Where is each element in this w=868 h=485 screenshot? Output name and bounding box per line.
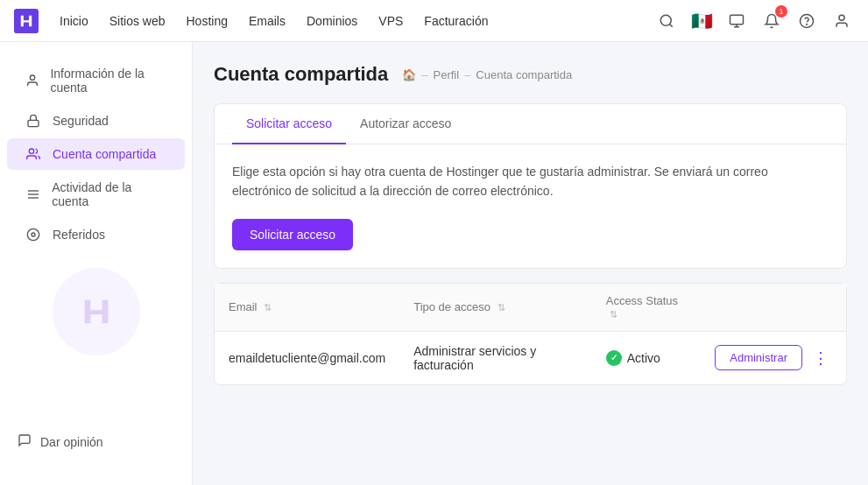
top-navigation: Inicio Sitios web Hosting Emails Dominio…	[0, 0, 868, 42]
tab-autorizar-acceso[interactable]: Autorizar acceso	[346, 104, 465, 144]
svg-point-1	[660, 15, 671, 25]
sidebar: Información de la cuenta Seguridad Cuent…	[0, 42, 193, 485]
sort-access-icon[interactable]: ⇅	[498, 302, 505, 313]
breadcrumb-current: Cuenta compartida	[476, 68, 572, 81]
user-icon	[25, 74, 39, 88]
status-label: Activo	[627, 351, 660, 365]
table-row: emaildetucliente@gmail.com Administrar s…	[215, 331, 846, 384]
sidebar-item-label: Cuenta compartida	[53, 147, 156, 161]
table-header: Email ⇅ Tipo de acceso ⇅ Access Status ⇅	[215, 284, 846, 332]
main-layout: Información de la cuenta Seguridad Cuent…	[0, 42, 868, 485]
solicitar-acceso-button[interactable]: Solicitar acceso	[232, 219, 353, 250]
feedback-icon	[18, 433, 32, 450]
breadcrumb: 🏠 – Perfil – Cuenta compartida	[402, 68, 572, 81]
breadcrumb-sep: –	[421, 68, 427, 81]
access-table-card: Email ⇅ Tipo de acceso ⇅ Access Status ⇅	[214, 283, 847, 385]
col-status: Access Status ⇅	[592, 284, 702, 332]
status-dot-icon	[606, 350, 622, 366]
home-icon[interactable]: 🏠	[402, 68, 416, 81]
sidebar-item-label: Actividad de la cuenta	[52, 180, 167, 208]
breadcrumb-sep2: –	[464, 68, 470, 81]
sidebar-logo-decoration	[53, 268, 140, 355]
col-email: Email ⇅	[215, 284, 399, 332]
sidebar-item-label: Seguridad	[53, 114, 109, 128]
main-content: Cuenta compartida 🏠 – Perfil – Cuenta co…	[193, 42, 868, 485]
cell-access-type: Administrar servicios y facturación	[399, 331, 592, 384]
nav-sitios-web[interactable]: Sitios web	[109, 14, 166, 28]
card-tabs: Solicitar acceso Autorizar acceso	[215, 104, 846, 144]
referidos-icon	[25, 228, 42, 242]
tab-solicitar-acceso[interactable]: Solicitar acceso	[232, 104, 346, 144]
sidebar-item-info-cuenta[interactable]: Información de la cuenta	[7, 58, 185, 103]
col-actions	[701, 284, 846, 332]
nav-dominios[interactable]: Dominios	[307, 14, 357, 28]
nav-links: Inicio Sitios web Hosting Emails Dominio…	[60, 14, 654, 28]
breadcrumb-perfil: Perfil	[434, 68, 460, 81]
nav-facturacion[interactable]: Facturación	[424, 14, 488, 28]
cell-actions: Administrar ⋮	[701, 331, 846, 384]
svg-rect-7	[28, 120, 39, 126]
sidebar-item-cuenta-compartida[interactable]: Cuenta compartida	[7, 138, 185, 170]
search-icon[interactable]	[654, 9, 679, 33]
sidebar-item-label: Información de la cuenta	[50, 67, 167, 95]
page-header: Cuenta compartida 🏠 – Perfil – Cuenta co…	[214, 63, 847, 86]
flag-icon[interactable]: 🇲🇽	[689, 9, 714, 33]
sort-email-icon[interactable]: ⇅	[264, 302, 272, 313]
nav-actions: 🇲🇽 1	[654, 9, 854, 33]
activity-icon	[25, 187, 41, 201]
sidebar-item-referidos[interactable]: Referidos	[7, 219, 185, 250]
feedback-button[interactable]: Dar opinión	[18, 426, 174, 457]
svg-rect-2	[730, 15, 744, 25]
svg-point-8	[29, 149, 33, 153]
cell-email: emaildetucliente@gmail.com	[215, 331, 399, 384]
nav-hosting[interactable]: Hosting	[187, 14, 228, 28]
cell-status: Activo	[592, 331, 702, 384]
svg-point-12	[27, 228, 39, 240]
shared-account-icon	[25, 147, 42, 161]
nav-emails[interactable]: Emails	[249, 14, 286, 28]
access-card: Solicitar acceso Autorizar acceso Elige …	[214, 103, 847, 269]
help-icon[interactable]	[794, 9, 819, 33]
notification-icon[interactable]: 1	[759, 9, 784, 33]
card-description: Elige esta opción si hay otra cuenta de …	[232, 162, 829, 201]
user-account-icon[interactable]	[829, 9, 854, 33]
svg-point-5	[839, 15, 844, 20]
nav-vps[interactable]: VPS	[378, 14, 403, 28]
administrar-button[interactable]: Administrar	[715, 345, 802, 370]
sidebar-item-seguridad[interactable]: Seguridad	[7, 105, 185, 137]
feedback-label: Dar opinión	[40, 435, 103, 449]
col-access-type: Tipo de acceso ⇅	[399, 284, 592, 332]
sort-status-icon[interactable]: ⇅	[610, 309, 617, 320]
access-table: Email ⇅ Tipo de acceso ⇅ Access Status ⇅	[215, 284, 846, 384]
svg-point-6	[30, 75, 34, 80]
status-active: Activo	[606, 350, 688, 366]
card-body: Elige esta opción si hay otra cuenta de …	[215, 144, 846, 268]
table-body: emaildetucliente@gmail.com Administrar s…	[215, 331, 846, 384]
nav-inicio[interactable]: Inicio	[60, 14, 88, 28]
logo[interactable]	[14, 9, 39, 33]
sidebar-items: Información de la cuenta Seguridad Cuent…	[0, 56, 192, 412]
sidebar-footer: Dar opinión	[0, 412, 192, 471]
sidebar-item-label: Referidos	[53, 228, 105, 242]
table-actions: Administrar ⋮	[715, 345, 832, 371]
more-options-icon[interactable]: ⋮	[809, 345, 832, 371]
screen-icon[interactable]	[724, 9, 749, 33]
lock-icon	[25, 114, 42, 128]
notification-badge: 1	[775, 5, 787, 18]
page-title: Cuenta compartida	[214, 63, 388, 86]
svg-point-13	[32, 233, 35, 236]
sidebar-item-actividad[interactable]: Actividad de la cuenta	[7, 172, 185, 217]
